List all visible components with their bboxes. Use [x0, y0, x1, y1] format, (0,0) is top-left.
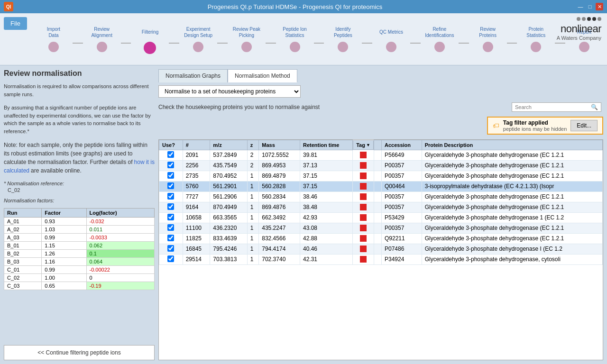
cell-accession: P00357 [382, 160, 422, 171]
cell-num: 5760 [183, 181, 210, 191]
table-row: 29514 703.3813 1 702.3740 42.31 P34924 G… [159, 254, 603, 264]
use-checkbox[interactable] [167, 162, 174, 168]
factor-log: 0.062 [86, 242, 154, 250]
cell-use [159, 150, 183, 160]
use-checkbox[interactable] [167, 255, 174, 262]
tag-red-icon [360, 152, 367, 158]
factor-log: -0.00022 [86, 266, 154, 274]
cell-use [159, 202, 183, 212]
cell-mass: 702.3740 [259, 254, 300, 264]
tab-normalisation-method[interactable]: Normalisation Method [228, 69, 297, 82]
review-title: Review normalisation [4, 69, 155, 78]
step-peak-picking[interactable]: Review PeakPicking [228, 25, 266, 52]
use-checkbox[interactable] [167, 224, 174, 231]
factor-run: B_02 [4, 250, 42, 258]
cell-tag [353, 223, 374, 233]
cell-empty [374, 160, 381, 171]
factor-log: 0 [86, 274, 154, 282]
tag-sort-icon: ▼ [366, 143, 370, 147]
cell-z: 1 [247, 171, 258, 181]
tab-normalisation-graphs[interactable]: Normalisation Graphs [158, 69, 228, 82]
left-panel: Review normalisation Normalisation is re… [4, 69, 155, 360]
title-bar: QI Progenesis QI.p Tutorial HDMSe - Prog… [0, 0, 607, 13]
factor-run: A_02 [4, 226, 42, 234]
factor-value: 1.15 [42, 242, 86, 250]
norm-ref-section: * Normalisation reference: C_02 [4, 181, 155, 193]
use-checkbox[interactable] [167, 203, 174, 210]
content-area: Review normalisation Normalisation is re… [0, 65, 607, 364]
dot4 [592, 17, 596, 21]
cell-rt: 39.81 [300, 150, 352, 160]
cell-num: 29514 [183, 254, 210, 264]
cell-desc: Glyceraldehyde 3-phosphate dehydrogenase… [422, 212, 602, 223]
search-box: 🔍 [512, 102, 601, 112]
dot3 [587, 17, 591, 21]
cell-num: 9164 [183, 202, 210, 212]
close-button[interactable]: ✕ [596, 3, 603, 10]
minimize-button[interactable]: — [577, 3, 584, 10]
cell-num: 7727 [183, 191, 210, 202]
step-review-alignment[interactable]: ReviewAlignment [83, 25, 121, 52]
cell-z: 2 [247, 160, 258, 171]
dot5 [598, 17, 601, 21]
normalise-row: Normalise to a set of housekeeping prote… [158, 85, 603, 98]
table-header-text: Check the housekeeping proteins you want… [158, 104, 320, 110]
th-mz: m/z [210, 140, 247, 150]
search-input[interactable] [515, 104, 591, 110]
cell-z: 1 [247, 191, 258, 202]
cell-mass: 869.4953 [259, 160, 300, 171]
cell-empty [374, 244, 381, 254]
restore-button[interactable]: □ [586, 3, 594, 10]
cell-tag [353, 150, 374, 160]
factor-value: 1.00 [42, 274, 86, 282]
step-experiment-design[interactable]: ExperimentDesign Setup [179, 25, 217, 52]
th-use: Use? [159, 140, 183, 150]
use-checkbox[interactable] [167, 214, 174, 220]
step-protein-stats[interactable]: ProteinStatistics [517, 25, 555, 52]
edit-filter-button[interactable]: Edit... [570, 120, 598, 131]
th-desc: Protein Description [422, 140, 602, 150]
step-peptide-ion[interactable]: Peptide IonStatistics [276, 25, 314, 52]
step-filtering[interactable]: Filtering [131, 25, 169, 54]
factor-run: A_03 [4, 234, 42, 242]
cell-desc: Glyceraldehyde 3-phosphate dehydrogenase… [422, 244, 602, 254]
use-checkbox[interactable] [167, 182, 174, 189]
cell-num: 16845 [183, 244, 210, 254]
th-num: # [183, 140, 210, 150]
step-line-10 [507, 43, 517, 44]
factor-log: -0.0033 [86, 234, 154, 242]
step-line-2 [121, 43, 131, 44]
cell-rt: 37.15 [300, 181, 352, 191]
cell-rt: 42.31 [300, 254, 352, 264]
table-container: Use? # m/z z Mass Retention time Tag ▼ A… [158, 139, 603, 360]
use-checkbox[interactable] [167, 172, 174, 179]
factor-value: 0.65 [42, 282, 86, 290]
file-button[interactable]: File [4, 17, 27, 30]
factor-run: B_01 [4, 242, 42, 250]
para1: Normalisation is required to allow compa… [4, 82, 155, 98]
step-refine[interactable]: RefineIdentifications [421, 25, 459, 52]
cell-z: 1 [247, 254, 258, 264]
cell-num: 10658 [183, 212, 210, 223]
continue-button[interactable]: << Continue filtering peptide ions [4, 345, 155, 360]
step-identify-peptides[interactable]: IdentifyPeptides [324, 25, 362, 52]
cell-mz: 870.4949 [210, 202, 247, 212]
step-review-proteins[interactable]: ReviewProteins [469, 25, 507, 52]
table-row: 11825 833.4639 1 832.4566 42.88 Q92211 G… [159, 233, 603, 244]
cell-rt: 42.93 [300, 212, 352, 223]
step-import-data[interactable]: ImportData [35, 25, 73, 52]
factor-run: C_02 [4, 274, 42, 282]
step-circle-filtering [144, 42, 156, 54]
cell-accession: P00357 [382, 171, 422, 181]
col-logfactor: Log(factor) [86, 209, 154, 218]
cell-use [159, 212, 183, 223]
step-qc-metrics[interactable]: QC Metrics [372, 25, 410, 52]
use-checkbox[interactable] [167, 193, 174, 200]
use-checkbox[interactable] [167, 151, 174, 158]
normalise-select[interactable]: Normalise to a set of housekeeping prote… [158, 85, 301, 98]
table-row: 10658 663.3565 1 662.3492 42.93 P53429 G… [159, 212, 603, 223]
use-checkbox[interactable] [167, 235, 174, 241]
norm-ref-label: * Normalisation reference: [4, 181, 155, 186]
use-checkbox[interactable] [167, 245, 174, 252]
step-circle-report [579, 42, 589, 52]
